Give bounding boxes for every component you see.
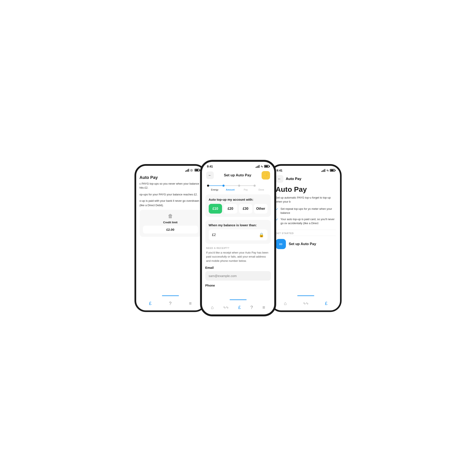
center-tab-activity[interactable]: ∿∿ — [223, 305, 229, 309]
credit-label: Credit limit — [163, 221, 178, 224]
setup-btn-icon: ∞ — [276, 239, 286, 249]
center-content: Auto top-up my account with: £10 £20 £30… — [202, 194, 274, 287]
step-energy: Energy — [207, 185, 223, 191]
center-status-bar: 9:41 ∿ — [202, 162, 274, 169]
right-nav-title: Auto Pay — [286, 177, 302, 181]
check-text-1: Set repeat top-ups for yo meter when you… — [281, 207, 336, 215]
amount-card: Auto top-up my account with: £10 £20 £30… — [205, 194, 271, 217]
phone-group: Phone — [205, 284, 271, 287]
right-battery-icon — [330, 169, 335, 172]
step-dot-pay — [238, 185, 240, 187]
amount-card-title: Auto top-up my account with: — [209, 198, 268, 201]
step-label-done: Done — [259, 188, 264, 191]
checklist: ✓ Set repeat top-ups for yo meter when y… — [272, 207, 340, 225]
step-label-amount: Amount — [226, 188, 235, 191]
balance-card-title: When my balance is lower than: — [209, 223, 268, 227]
right-status-bar: 9:41 ∿ — [272, 166, 340, 173]
left-tab-bar: £ ? ≡ — [136, 298, 205, 310]
left-status-bar: ☉ — [136, 166, 205, 173]
right-desc: Set up automatic PAYG top-u forget to to… — [272, 196, 340, 204]
receipt-desc: If you'd like a receipt when your Auto P… — [206, 251, 270, 263]
center-tab-bar: ⌂ ∿∿ £ ? ≡ — [202, 302, 274, 314]
step-dot-done — [254, 185, 256, 187]
email-label: Email — [205, 266, 271, 269]
center-wifi-icon: ∿ — [260, 165, 263, 168]
center-battery-icon — [264, 165, 269, 168]
step-pay: Pay — [238, 185, 254, 191]
step-done: Done — [254, 185, 269, 191]
right-tab-activity[interactable]: ∿∿ — [303, 301, 308, 305]
balance-card: When my balance is lower than: £2 🔒 — [205, 220, 271, 244]
left-content: c PAYG top-ups so you never when your ba… — [136, 182, 205, 237]
step-line-2 — [224, 186, 238, 186]
center-nav-title: Set up Auto Pay — [224, 173, 252, 177]
center-tab-help[interactable]: ? — [250, 305, 253, 310]
right-nav-header: ← Auto Pay — [272, 173, 340, 185]
right-tab-payment[interactable]: £ — [325, 301, 327, 306]
step-line-1 — [209, 186, 223, 186]
step-dot-amount — [222, 185, 224, 187]
amount-btn-30[interactable]: £30 — [239, 204, 253, 214]
center-signal-icon — [256, 165, 259, 168]
amount-options: £10 £20 £30 Other — [209, 204, 268, 214]
step-line-3 — [240, 186, 254, 186]
back-arrow-icon: ← — [208, 173, 212, 177]
lightning-icon: ⚡ — [263, 173, 268, 178]
setup-btn-text: Set up Auto Pay — [289, 242, 316, 246]
lock-icon: 🔒 — [259, 232, 264, 238]
step-label-pay: Pay — [244, 188, 248, 191]
check-text-2: Your auto top-up is paid card, so you'll… — [281, 217, 336, 225]
setup-auto-pay-button[interactable]: ∞ Set up Auto Pay — [272, 236, 340, 252]
credit-card: 🗑 Credit limit £2.00 — [139, 210, 201, 237]
center-tab-home[interactable]: ⌂ — [211, 305, 214, 310]
phone-label: Phone — [205, 284, 271, 287]
right-tab-bar: ⌂ ∿∿ £ — [272, 298, 340, 310]
center-time: 9:41 — [207, 165, 213, 168]
left-title-text: Auto Pay — [139, 175, 158, 180]
check-item-1: ✓ Set repeat top-ups for yo meter when y… — [276, 207, 336, 215]
step-amount: Amount — [222, 185, 238, 191]
left-desc1: c PAYG top-ups so you never when your ba… — [139, 182, 201, 190]
amount-btn-20[interactable]: £20 — [224, 204, 237, 214]
check-item-2: ✓ Your auto top-up is paid card, so you'… — [276, 217, 336, 225]
email-group: Email — [205, 266, 271, 281]
wifi-icon: ☉ — [190, 169, 193, 171]
amount-btn-other[interactable]: Other — [254, 204, 268, 214]
get-started-label: GET STARTED — [272, 232, 340, 235]
back-button[interactable]: ← — [206, 171, 214, 179]
signal-icon — [185, 169, 189, 172]
step-dot-energy — [207, 185, 209, 187]
left-tab-help[interactable]: ? — [169, 301, 171, 306]
receipt-section: NEED A RECEIPT? If you'd like a receipt … — [205, 247, 271, 263]
balance-value: £2 — [212, 233, 216, 237]
right-big-title: Auto Pay — [272, 185, 340, 193]
center-tab-payment[interactable]: £ — [238, 305, 241, 310]
left-desc3: o-up is paid with your bank ll never go … — [139, 199, 201, 208]
center-tab-menu[interactable]: ≡ — [262, 305, 265, 310]
lightning-button[interactable]: ⚡ — [262, 171, 270, 180]
step-label-energy: Energy — [211, 188, 219, 191]
stepper: Energy Amount Pay — [202, 182, 274, 194]
trash-icon[interactable]: 🗑 — [168, 213, 173, 219]
receipt-label: NEED A RECEIPT? — [206, 247, 270, 249]
battery-icon — [195, 169, 200, 171]
left-tab-menu[interactable]: ≡ — [189, 301, 192, 306]
left-phone: ☉ Auto Pay c PAYG top-ups so you never w… — [135, 164, 206, 312]
credit-value: £2.00 — [143, 226, 198, 234]
amount-btn-10[interactable]: £10 — [209, 204, 222, 214]
center-phone: 9:41 ∿ ← Set up Auto Pay ⚡ — [200, 160, 276, 316]
right-wifi-icon: ∿ — [326, 169, 329, 172]
left-nav-title: Auto Pay — [136, 173, 205, 182]
balance-input-row: £2 🔒 — [209, 229, 268, 240]
right-signal-icon — [322, 169, 325, 172]
right-tab-home[interactable]: ⌂ — [284, 301, 287, 306]
infinity-icon: ∞ — [279, 241, 283, 247]
center-nav-header: ← Set up Auto Pay ⚡ — [202, 169, 274, 182]
right-back-button[interactable]: ← — [276, 175, 283, 183]
right-back-arrow-icon: ← — [278, 177, 281, 181]
divider — [276, 230, 336, 230]
left-desc2: op-ups for your PAYG your balance reache… — [139, 192, 201, 197]
left-tab-payment[interactable]: £ — [149, 301, 152, 306]
email-input[interactable] — [205, 271, 271, 281]
right-time: 9:41 — [277, 169, 283, 172]
